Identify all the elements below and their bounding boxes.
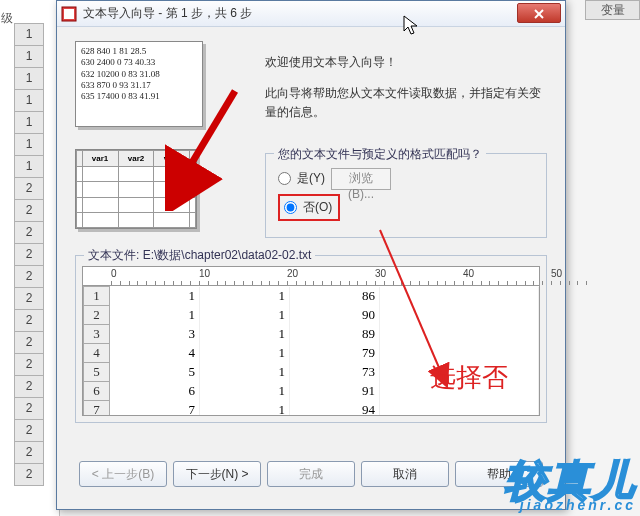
radio-yes-label[interactable]: 是(Y) (297, 169, 325, 188)
table-row[interactable]: 77194 (84, 401, 539, 417)
format-match-group: 您的文本文件与预定义的格式匹配吗？ 是(Y) 浏览(B)... 否(O) (265, 153, 547, 238)
wizard-buttons: < 上一步(B) 下一步(N) > 完成 取消 帮助 (75, 461, 547, 487)
radio-yes[interactable] (278, 172, 291, 185)
bg-row-header: 2 (14, 463, 44, 486)
bg-row-header: 1 (14, 155, 44, 178)
table-row[interactable]: 33189 (84, 325, 539, 344)
bg-row-header: 2 (14, 375, 44, 398)
bg-row-header: 2 (14, 309, 44, 332)
bg-row-header: 1 (14, 23, 44, 46)
bg-row-header: 1 (14, 111, 44, 134)
browse-button[interactable]: 浏览(B)... (331, 168, 391, 190)
next-button[interactable]: 下一步(N) > (173, 461, 261, 487)
watermark: 较真儿 jiaozhenr.cc (504, 462, 636, 512)
bg-row-header: 2 (14, 199, 44, 222)
radio-no[interactable] (284, 201, 297, 214)
bg-row-header: 2 (14, 419, 44, 442)
table-preview: var1var2var3 (75, 149, 197, 229)
bg-row-header: 2 (14, 287, 44, 310)
file-preview-group: 文本文件: E:\数据\chapter02\data02-02.txt 0102… (75, 255, 547, 423)
bg-row-header: 2 (14, 397, 44, 420)
preview-pane: 628 840 1 81 28.5 630 2400 0 73 40.33 63… (75, 41, 245, 241)
table-row[interactable]: 21190 (84, 306, 539, 325)
app-icon (61, 6, 77, 22)
radio-no-label[interactable]: 否(O) (303, 198, 332, 217)
intro-line1: 欢迎使用文本导入向导！ (265, 53, 547, 72)
finish-button[interactable]: 完成 (267, 461, 355, 487)
bg-row-header: 2 (14, 353, 44, 376)
dialog-title: 文本导入向导 - 第 1 步，共 6 步 (83, 5, 252, 22)
watermark-small: jiaozhenr.cc (504, 499, 636, 512)
bg-row-header: 1 (14, 133, 44, 156)
bg-row-header: 2 (14, 265, 44, 288)
bg-row-header: 2 (14, 331, 44, 354)
intro-line2: 此向导将帮助您从文本文件读取数据，并指定有关变量的信息。 (265, 84, 547, 122)
watermark-big: 较真儿 (504, 462, 636, 500)
radio-no-highlight: 否(O) (278, 194, 340, 221)
bg-row-header: 2 (14, 441, 44, 464)
bg-row-header: 2 (14, 243, 44, 266)
svg-rect-1 (64, 9, 74, 19)
bg-row-header: 2 (14, 221, 44, 244)
filepath-legend: 文本文件: E:\数据\chapter02\data02-02.txt (84, 247, 315, 264)
back-button[interactable]: < 上一步(B) (79, 461, 167, 487)
table-row[interactable]: 11186 (84, 287, 539, 306)
bg-col-header-var: 变量 (585, 0, 640, 20)
bg-row-header: 1 (14, 45, 44, 68)
titlebar: 文本导入向导 - 第 1 步，共 6 步 (57, 1, 565, 27)
close-button[interactable] (517, 3, 561, 23)
cancel-button[interactable]: 取消 (361, 461, 449, 487)
text-import-wizard-dialog: 文本导入向导 - 第 1 步，共 6 步 628 840 1 81 28.5 6… (56, 0, 566, 510)
raw-text-preview: 628 840 1 81 28.5 630 2400 0 73 40.33 63… (75, 41, 203, 127)
bg-row-header: 1 (14, 67, 44, 90)
bg-row-header: 1 (14, 89, 44, 112)
intro-text: 欢迎使用文本导入向导！ 此向导将帮助您从文本文件读取数据，并指定有关变量的信息。… (265, 41, 547, 241)
format-legend: 您的文本文件与预定义的格式匹配吗？ (274, 145, 486, 164)
bg-row-header: 2 (14, 177, 44, 200)
data-preview[interactable]: 1118621190331894417955173661917719488185 (82, 286, 540, 416)
annotation-text: 选择否 (430, 360, 508, 395)
column-ruler: 01020304050 (82, 266, 540, 286)
